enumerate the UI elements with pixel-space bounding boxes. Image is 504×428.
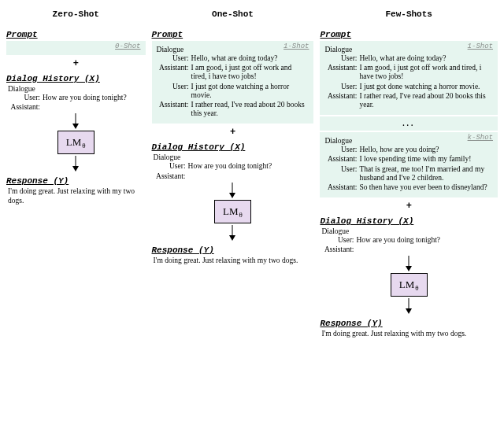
utterance: How are you doing tonight? — [43, 94, 146, 102]
role-user: User: — [324, 165, 359, 183]
response-header-zero: Response (Y) — [6, 176, 146, 186]
role-assistant: Assistant: — [324, 64, 359, 81]
col-one-shot: One-Shot Prompt 1-Shot Dialogue User:Hel… — [152, 9, 314, 265]
turn: Assistant: — [8, 103, 146, 111]
lm-box: LMθ — [391, 273, 428, 297]
prompt-box-few-k: k-Shot Dialogue User:Hello, how are you … — [320, 132, 498, 197]
response-text-few: I'm doing great. Just relaxing with my t… — [320, 330, 498, 338]
prompt-header-one: Prompt — [152, 30, 314, 39]
utterance — [188, 172, 314, 180]
arrow-down-icon — [403, 298, 414, 314]
prompt-box-zero: 0-Shot — [6, 41, 146, 55]
role-assistant: Assistant: — [321, 245, 356, 253]
shot-tag-one: 1-Shot — [284, 42, 309, 50]
turn: User: How are you doing tonight? — [8, 94, 146, 102]
utterance: I am good, i just got off work and tired… — [359, 64, 493, 81]
turn: Assistant:I am good, i just got off work… — [324, 64, 493, 81]
utterance: I am good, i just got off work and tired… — [191, 64, 309, 81]
utterance: I just got done watching a horror movie. — [191, 83, 309, 100]
prompt-box-few-dots: ... — [320, 116, 498, 131]
turn: Assistant: — [321, 245, 498, 253]
dialog-history-header-few: Dialog History (X) — [320, 216, 498, 226]
lm-sub: θ — [415, 284, 418, 292]
response-header-one: Response (Y) — [152, 245, 314, 255]
role-assistant: Assistant: — [154, 172, 188, 180]
turn: User:How are you doing tonight? — [154, 162, 314, 171]
dialogue-label: Dialogue — [154, 153, 314, 161]
svg-marker-3 — [72, 166, 79, 172]
role-user: User: — [154, 162, 188, 171]
response-text-zero: I'm doing great. Just relaxing with my t… — [6, 187, 146, 205]
utterance: How are you doing tonight? — [356, 236, 498, 245]
role-user: User: — [157, 54, 191, 63]
utterance: So then have you ever been to disneyland… — [359, 183, 493, 192]
role-assistant: Assistant: — [324, 183, 359, 192]
turn: User:That is great, me too! I'm married … — [324, 165, 493, 183]
lm-sub: θ — [82, 142, 85, 149]
dialog-history-header-zero: Dialog History (X) — [6, 74, 146, 83]
dialog-history-few: Dialogue User:How are you doing tonight?… — [320, 227, 498, 254]
col-few-shots: Few-Shots Prompt 1-Shot Dialogue User:He… — [320, 9, 498, 339]
diagram-columns: Zero-Shot Prompt 0-Shot + Dialog History… — [6, 9, 498, 339]
role-user: User: — [324, 54, 359, 63]
dialogue-label: Dialogue — [321, 227, 498, 235]
turn: User:Hello, how are you doing? — [324, 146, 493, 154]
utterance: How are you doing tonight? — [188, 162, 314, 171]
lm-box: LMθ — [214, 200, 251, 223]
turn: Assistant:I love spending time with my f… — [324, 155, 493, 164]
turn: User:Hello, what are doing today? — [324, 54, 493, 63]
dialog-history-zero: Dialogue User: How are you doing tonight… — [6, 85, 146, 112]
lm-label: LM — [66, 136, 82, 149]
role-user: User: — [157, 83, 191, 100]
prompt-box-few-1: 1-Shot Dialogue User:Hello, what are doi… — [320, 41, 498, 115]
turn: Assistant: — [154, 172, 314, 180]
utterance: Hello, how are you doing? — [359, 146, 493, 154]
dialog-history-one: Dialogue User:How are you doing tonight?… — [152, 153, 314, 180]
role-assistant: Assistant: — [324, 92, 359, 109]
role-user: User: — [321, 236, 356, 245]
role-assistant: Assistant: — [324, 155, 359, 164]
lm-label: LM — [399, 279, 415, 291]
utterance — [356, 245, 498, 253]
utterance: I rather read, I've read about 20 books … — [359, 92, 493, 109]
turn: User:How are you doing tonight? — [321, 236, 498, 245]
shot-tag-few-1: 1-Shot — [468, 42, 493, 50]
lm-label: LM — [223, 205, 239, 218]
dialogue-label: Dialogue — [8, 85, 146, 93]
arrow-down-icon — [227, 183, 238, 198]
turn: Assistant:So then have you ever been to … — [324, 183, 493, 192]
utterance: I just got done watching a horror movie. — [359, 83, 493, 91]
arrow-down-icon — [70, 156, 81, 172]
col-title-few: Few-Shots — [386, 9, 432, 19]
lm-box: LMθ — [57, 131, 94, 154]
prompt-header-few: Prompt — [320, 30, 498, 39]
turn: Assistant:I am good, i just got off work… — [157, 64, 309, 81]
shot-tag-few-k: k-Shot — [468, 134, 493, 142]
response-header-few: Response (Y) — [320, 319, 498, 328]
prompt-header-zero: Prompt — [6, 30, 146, 39]
svg-marker-11 — [406, 308, 412, 314]
arrow-down-icon — [70, 113, 81, 129]
turn: User:I just got done watching a horror m… — [157, 83, 309, 100]
turn: User:I just got done watching a horror m… — [324, 83, 493, 91]
arrow-down-icon — [403, 256, 414, 271]
svg-marker-9 — [406, 266, 412, 271]
turn: Assistant:I rather read, I've read about… — [157, 101, 309, 118]
role-user: User: — [324, 83, 359, 91]
plus-one: + — [152, 127, 314, 138]
arrow-down-icon — [227, 225, 238, 241]
role-assistant: Assistant: — [157, 101, 191, 118]
role-user: User: — [8, 94, 43, 102]
svg-marker-1 — [72, 124, 79, 129]
utterance: I rather read, I've read about 20 books … — [191, 101, 309, 118]
utterance: Hello, what are doing today? — [359, 54, 493, 63]
utterance: I love spending time with my family! — [359, 155, 493, 164]
utterance — [43, 103, 146, 111]
role-assistant: Assistant: — [157, 64, 191, 81]
plus-zero: + — [6, 58, 146, 69]
dialog-history-header-one: Dialog History (X) — [152, 142, 314, 152]
turn: User:Hello, what are doing today? — [157, 54, 309, 63]
ellipsis: ... — [320, 116, 498, 131]
role-assistant: Assistant: — [8, 103, 43, 111]
role-user: User: — [324, 146, 359, 154]
